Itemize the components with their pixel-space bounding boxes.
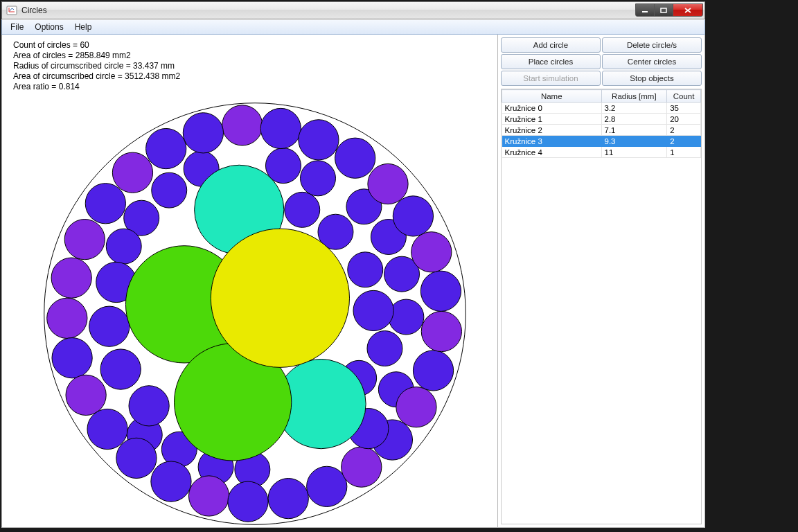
circle-table[interactable]: Name Radius [mm] Count Kružnice 03.235Kr… (501, 89, 702, 524)
svg-rect-2 (661, 8, 666, 12)
circle (52, 338, 92, 378)
circle (47, 298, 87, 338)
circle (106, 229, 141, 264)
circle (307, 466, 347, 506)
circle (353, 290, 393, 330)
col-name[interactable]: Name (502, 90, 602, 103)
table-cell-radius: 9.3 (601, 136, 667, 147)
circle (64, 220, 105, 260)
start-simulation-button[interactable]: Start simulation (501, 71, 601, 86)
circle (299, 120, 339, 160)
app-window: Circles File Options Help (1, 1, 705, 528)
table-cell-count: 1 (667, 147, 701, 158)
circle (87, 409, 127, 449)
circle (260, 108, 301, 148)
circle (66, 375, 106, 415)
stop-objects-button[interactable]: Stop objects (602, 71, 702, 86)
menu-help[interactable]: Help (69, 21, 98, 33)
table-row[interactable]: Kružnice 03.235 (502, 103, 701, 114)
canvas-pane[interactable]: Count of circles = 60 Area of circles = … (2, 35, 498, 527)
circle (335, 138, 375, 178)
col-count[interactable]: Count (667, 90, 701, 103)
circle (396, 387, 436, 427)
side-panel: Add circle Delete circle/s Place circles… (498, 35, 704, 527)
table-cell-count: 2 (667, 125, 701, 136)
table-cell-name: Kružnice 4 (502, 147, 602, 158)
circle (151, 461, 191, 502)
stats-overlay: Count of circles = 60 Area of circles = … (13, 40, 180, 92)
stat-area: Area of circles = 2858.849 mm2 (13, 51, 180, 61)
table-cell-count: 20 (667, 114, 701, 125)
menu-options[interactable]: Options (29, 21, 69, 33)
table-cell-count: 35 (667, 103, 701, 114)
circle (421, 311, 461, 351)
table-cell-name: Kružnice 3 (502, 136, 602, 147)
circle (285, 192, 320, 227)
add-circle-button[interactable]: Add circle (501, 37, 601, 53)
stat-radius: Radius of circumscribed circle = 33.437 … (13, 61, 180, 71)
app-icon (6, 5, 17, 16)
circle (188, 476, 229, 516)
table-row[interactable]: Kružnice 12.820 (502, 114, 701, 125)
circle (183, 113, 223, 153)
circle (146, 128, 186, 168)
minimize-button[interactable] (635, 3, 655, 17)
circle (301, 161, 336, 196)
svg-rect-0 (7, 6, 17, 15)
circle (367, 331, 402, 366)
circle (393, 196, 433, 236)
col-radius[interactable]: Radius [mm] (601, 90, 667, 103)
circle (100, 349, 141, 389)
table-cell-radius: 2.8 (601, 114, 667, 125)
circle (51, 258, 91, 298)
table-row[interactable]: Kružnice 4111 (502, 147, 701, 158)
table-cell-radius: 7.1 (601, 125, 667, 136)
table-cell-name: Kružnice 2 (502, 125, 602, 136)
table-row[interactable]: Kružnice 39.32 (502, 136, 701, 147)
circle (348, 252, 383, 287)
circle (268, 479, 308, 519)
window-title: Circles (21, 6, 636, 15)
circle (152, 172, 187, 208)
circle (228, 481, 268, 522)
circle (116, 438, 157, 478)
table-cell-radius: 11 (601, 147, 667, 158)
circle (389, 299, 424, 335)
button-grid: Add circle Delete circle/s Place circles… (499, 36, 703, 87)
circle (129, 386, 169, 426)
table-cell-name: Kružnice 1 (502, 114, 602, 125)
circle-scene (2, 35, 494, 528)
maximize-button[interactable] (654, 3, 673, 17)
place-circles-button[interactable]: Place circles (501, 54, 601, 69)
circle (368, 163, 408, 204)
table-cell-name: Kružnice 0 (502, 103, 602, 114)
table-cell-count: 2 (667, 136, 701, 147)
stat-outarea: Area of circumscribed circle = 3512.438 … (13, 71, 180, 82)
circle (211, 229, 349, 367)
menu-bar: File Options Help (1, 19, 705, 35)
circle (85, 184, 125, 224)
table-cell-radius: 3.2 (601, 103, 667, 114)
stat-count: Count of circles = 60 (13, 40, 180, 51)
circle (413, 351, 453, 391)
circle (89, 306, 130, 346)
client-area: Count of circles = 60 Area of circles = … (1, 35, 705, 528)
circle (342, 447, 382, 487)
center-circles-button[interactable]: Center circles (602, 54, 702, 69)
menu-file[interactable]: File (5, 21, 29, 33)
circle (411, 232, 452, 272)
circle (222, 105, 263, 145)
circle (420, 271, 461, 311)
stat-ratio: Area ratio = 0.814 (13, 82, 180, 92)
close-button[interactable] (673, 3, 703, 17)
title-bar[interactable]: Circles (1, 1, 705, 19)
circle (112, 152, 152, 193)
delete-circle-button[interactable]: Delete circle/s (602, 37, 702, 53)
svg-rect-1 (642, 11, 648, 12)
window-controls (636, 3, 703, 17)
table-row[interactable]: Kružnice 27.12 (502, 125, 701, 136)
